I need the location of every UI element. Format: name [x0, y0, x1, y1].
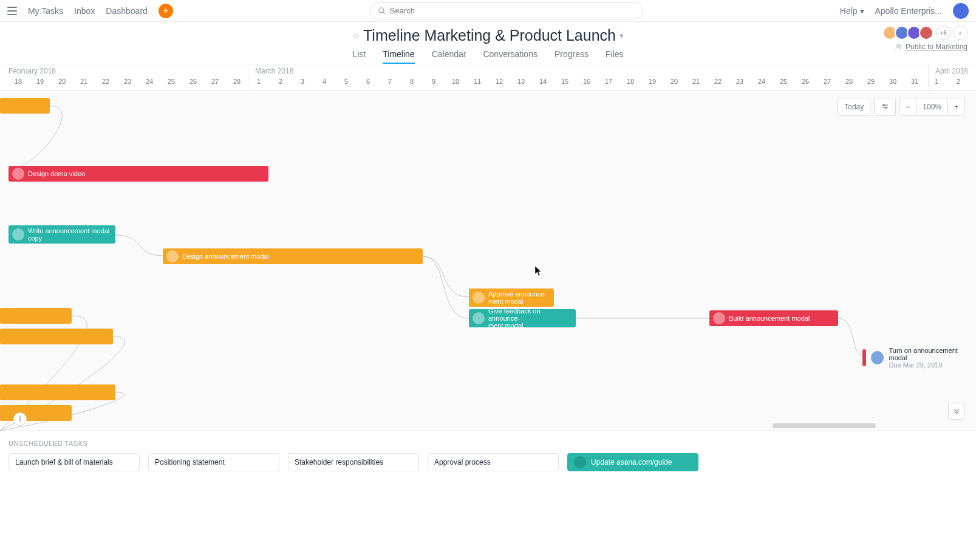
task-label: Give feedback on announce-ment modal	[488, 307, 572, 329]
day-label: 20	[664, 78, 684, 85]
day-label: 29	[861, 78, 881, 85]
unscheduled-card[interactable]: Stakeholder responsibilities	[288, 453, 419, 471]
svg-point-2	[896, 44, 899, 47]
unscheduled-card[interactable]: Positioning statement	[148, 453, 279, 471]
search-field[interactable]	[370, 2, 643, 19]
zoom-out-button[interactable]: −	[899, 98, 916, 116]
task-bar[interactable]: Design announcement modal	[163, 248, 423, 264]
timeline-body[interactable]: Today − 100% + Design demo videoWrite an…	[0, 90, 976, 431]
day-label: 7	[380, 78, 400, 85]
task-bar[interactable]: Give feedback on announce-ment modal	[469, 309, 576, 327]
unscheduled-label: Approval process	[434, 458, 491, 466]
month-label: February 2018	[9, 67, 56, 75]
nav-my-tasks[interactable]: My Tasks	[28, 6, 63, 16]
task-bar[interactable]: Build announcement modal	[709, 310, 838, 326]
assignee-avatar	[12, 228, 24, 241]
day-label: 25	[162, 78, 181, 85]
star-icon[interactable]: ☆	[352, 31, 360, 40]
unscheduled-card[interactable]: Launch brief & bill of materials	[9, 453, 140, 471]
unscheduled-card[interactable]: Update asana.com/guide	[567, 453, 698, 471]
day-label: 20	[52, 78, 72, 85]
task-bar[interactable]	[0, 384, 115, 400]
day-label: 1	[249, 78, 268, 85]
day-label: 22	[96, 78, 115, 85]
tab-conversations[interactable]: Conversations	[483, 49, 537, 64]
assignee-avatar	[473, 312, 485, 324]
horizontal-scrollbar[interactable]	[773, 423, 876, 428]
day-label: 19	[30, 78, 50, 85]
task-bar[interactable]	[0, 405, 72, 421]
task-bar[interactable]	[0, 329, 113, 344]
month-separator	[248, 64, 248, 90]
unscheduled-section: UNSCHEDULED TASKS Launch brief & bill of…	[0, 431, 976, 471]
milestone-task[interactable]: Turn on announcement modal Due Mar 29, 2…	[862, 347, 976, 369]
day-label: 2	[949, 78, 968, 85]
day-label: 13	[511, 78, 531, 85]
tab-timeline[interactable]: Timeline	[383, 49, 414, 64]
collapse-button[interactable]	[948, 403, 965, 420]
day-label: 26	[796, 78, 815, 85]
task-label: Design demo video	[28, 170, 85, 177]
day-label: 3	[971, 78, 976, 85]
menu-icon[interactable]	[7, 7, 17, 15]
task-label: Approve announce-ment modal	[488, 290, 547, 305]
info-icon[interactable]: i	[13, 412, 27, 426]
search-input	[390, 6, 635, 15]
day-label: 28	[227, 78, 247, 85]
zoom-in-button[interactable]: +	[947, 98, 965, 116]
day-label: 17	[599, 78, 618, 85]
task-bar[interactable]	[0, 98, 50, 114]
create-button[interactable]: +	[159, 4, 173, 18]
assignee-avatar	[713, 312, 725, 324]
nav-inbox[interactable]: Inbox	[74, 6, 95, 16]
tab-progress[interactable]: Progress	[555, 49, 589, 64]
today-button[interactable]: Today	[838, 98, 870, 116]
day-label: 3	[293, 78, 312, 85]
workspace-menu[interactable]: Apollo Enterpris...	[875, 6, 943, 16]
unscheduled-card[interactable]: Approval process	[428, 453, 559, 471]
task-bar[interactable]: Approve announce-ment modal	[469, 289, 554, 307]
chevron-down-icon[interactable]: ▾	[619, 31, 624, 40]
day-label: 18	[621, 78, 640, 85]
day-label: 15	[555, 78, 575, 85]
member-overflow[interactable]: +6	[936, 26, 950, 40]
timeline-header: February 2018March 2018April 2018 181920…	[0, 64, 976, 90]
day-label: 10	[446, 78, 465, 85]
svg-point-7	[886, 107, 887, 108]
tab-calendar[interactable]: Calendar	[432, 49, 466, 64]
tab-list[interactable]: List	[352, 49, 366, 64]
member-avatar[interactable]	[919, 26, 933, 40]
day-label: 5	[336, 78, 356, 85]
task-bar[interactable]	[0, 308, 72, 324]
project-title[interactable]: Timeline Marketing & Product Launch	[363, 27, 616, 44]
nav-dashboard[interactable]: Dashboard	[106, 6, 148, 16]
day-label: 21	[686, 78, 706, 85]
day-label: 6	[358, 78, 378, 85]
task-label: Write announcement modal copy	[28, 227, 112, 242]
day-label: 28	[839, 78, 859, 85]
task-bar[interactable]: Write announcement modal copy	[9, 225, 115, 244]
day-label: 9	[424, 78, 443, 85]
task-bar[interactable]: Design demo video	[9, 166, 268, 182]
add-member-button[interactable]: +	[953, 26, 967, 40]
unscheduled-label: Update asana.com/guide	[591, 458, 672, 466]
day-label: 11	[468, 78, 487, 85]
filter-button[interactable]	[874, 98, 896, 116]
svg-point-6	[883, 104, 884, 106]
day-label: 27	[205, 78, 225, 85]
help-menu[interactable]: Help ▾	[840, 6, 864, 16]
day-label: 1	[927, 78, 946, 85]
task-label: Design announcement modal	[182, 253, 269, 260]
milestone-title: Turn on announcement modal	[889, 347, 976, 361]
day-label: 21	[74, 78, 94, 85]
day-label: 25	[774, 78, 793, 85]
user-avatar[interactable]	[953, 3, 969, 19]
month-label: March 2018	[255, 67, 293, 75]
unscheduled-label: Launch brief & bill of materials	[15, 458, 113, 466]
day-label: 22	[708, 78, 728, 85]
project-privacy[interactable]: Public to Marketing	[895, 43, 967, 51]
assignee-avatar	[871, 351, 884, 364]
tab-files[interactable]: Files	[606, 49, 624, 64]
day-label: 14	[533, 78, 553, 85]
task-label: Build announcement modal	[729, 315, 810, 322]
